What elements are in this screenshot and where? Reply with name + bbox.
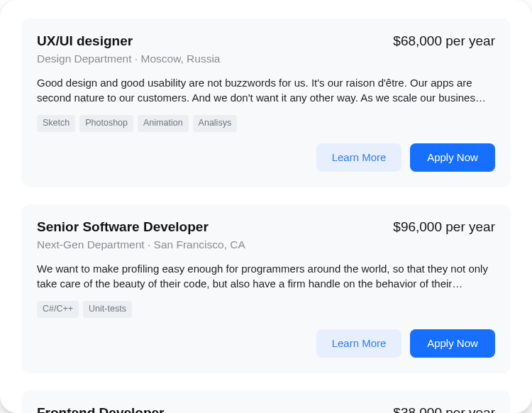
job-department: Next-Gen Department: [37, 238, 145, 250]
job-tag: Sketch: [37, 115, 75, 132]
job-meta: Next-Gen Department · San Francisco, CA: [37, 238, 495, 251]
meta-separator: ·: [148, 238, 154, 250]
job-card: UX/UI designer $68,000 per year Design D…: [21, 18, 511, 187]
button-row: Learn More Apply Now: [37, 329, 495, 358]
job-location: Moscow, Russia: [140, 53, 220, 65]
learn-more-button[interactable]: Learn More: [316, 329, 401, 358]
job-description: We want to make profiling easy enough fo…: [37, 261, 495, 292]
job-header: UX/UI designer $68,000 per year: [37, 33, 495, 50]
job-description: Good design and good usability are not b…: [37, 75, 495, 106]
tag-row: Sketch Photoshop Animation Analisys: [37, 115, 495, 132]
tag-row: C#/C++ Unit-tests: [37, 301, 495, 318]
job-location: San Francisco, CA: [154, 238, 245, 250]
job-title: Senior Software Developer: [37, 219, 209, 236]
job-card: Frontend Developer $38,000 per year Depa…: [21, 390, 511, 413]
job-tag: Photoshop: [79, 115, 133, 132]
apply-now-button[interactable]: Apply Now: [410, 329, 495, 358]
job-tag: Analisys: [193, 115, 238, 132]
apply-now-button[interactable]: Apply Now: [410, 143, 495, 172]
job-salary: $96,000 per year: [393, 219, 495, 235]
button-row: Learn More Apply Now: [37, 143, 495, 172]
job-title: UX/UI designer: [37, 33, 133, 50]
job-salary: $38,000 per year: [393, 405, 495, 413]
job-tag: Unit-tests: [83, 301, 132, 318]
learn-more-button[interactable]: Learn More: [316, 143, 401, 172]
job-department: Design Department: [37, 53, 132, 65]
job-title: Frontend Developer: [37, 404, 164, 413]
job-list-panel: UX/UI designer $68,000 per year Design D…: [0, 0, 532, 413]
job-salary: $68,000 per year: [393, 33, 495, 49]
job-card: Senior Software Developer $96,000 per ye…: [21, 204, 511, 373]
job-tag: C#/C++: [37, 301, 79, 318]
job-tag: Animation: [138, 115, 189, 132]
job-meta: Design Department · Moscow, Russia: [37, 53, 495, 65]
job-header: Senior Software Developer $96,000 per ye…: [37, 219, 495, 236]
job-header: Frontend Developer $38,000 per year: [37, 404, 495, 413]
